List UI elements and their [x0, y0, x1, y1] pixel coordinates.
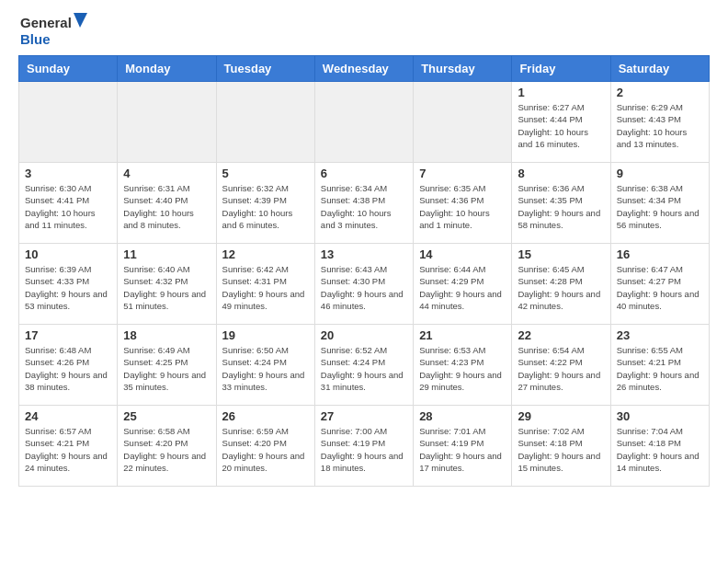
day-info-line: Daylight: 9 hours and 14 minutes.	[617, 450, 703, 475]
day-info-line: Daylight: 9 hours and 49 minutes.	[222, 288, 309, 313]
day-number: 5	[222, 167, 309, 180]
calendar-cell: 27Sunrise: 7:00 AMSunset: 4:19 PMDayligh…	[314, 406, 413, 487]
day-info-line: Sunrise: 6:35 AM	[419, 182, 506, 194]
calendar-cell: 29Sunrise: 7:02 AMSunset: 4:18 PMDayligh…	[512, 406, 610, 487]
day-info-line: Daylight: 9 hours and 53 minutes.	[25, 288, 111, 313]
day-info-line: Sunrise: 6:47 AM	[617, 263, 703, 275]
day-number: 14	[419, 247, 506, 261]
weekday-header: Sunday	[19, 56, 118, 82]
day-info-line: Daylight: 9 hours and 18 minutes.	[321, 450, 407, 475]
day-info-line: Sunrise: 6:52 AM	[321, 344, 407, 356]
day-info-line: Sunset: 4:32 PM	[123, 275, 210, 287]
calendar-cell	[118, 82, 216, 163]
calendar-cell: 28Sunrise: 7:01 AMSunset: 4:19 PMDayligh…	[414, 406, 512, 487]
day-info-line: Daylight: 9 hours and 17 minutes.	[419, 450, 506, 475]
calendar-cell: 17Sunrise: 6:48 AMSunset: 4:26 PMDayligh…	[19, 325, 118, 406]
calendar-table: SundayMondayTuesdayWednesdayThursdayFrid…	[18, 55, 710, 487]
calendar-cell: 9Sunrise: 6:38 AMSunset: 4:34 PMDaylight…	[610, 163, 709, 244]
calendar-cell: 22Sunrise: 6:54 AMSunset: 4:22 PMDayligh…	[512, 325, 610, 406]
day-info-line: Daylight: 9 hours and 42 minutes.	[518, 288, 604, 313]
day-number: 9	[617, 167, 703, 180]
day-info-line: Sunrise: 6:30 AM	[25, 182, 111, 194]
day-info-line: Daylight: 9 hours and 38 minutes.	[25, 369, 111, 394]
day-number: 24	[25, 409, 111, 423]
day-number: 10	[25, 247, 111, 261]
day-number: 28	[419, 409, 506, 423]
day-info-line: Sunset: 4:30 PM	[321, 275, 407, 287]
day-info-line: Daylight: 9 hours and 44 minutes.	[419, 288, 506, 313]
calendar-cell: 26Sunrise: 6:59 AMSunset: 4:20 PMDayligh…	[216, 406, 314, 487]
day-info-line: Sunrise: 6:43 AM	[321, 263, 407, 275]
day-info-line: Sunrise: 6:40 AM	[123, 263, 210, 275]
weekday-header: Monday	[118, 56, 216, 82]
day-info-line: Daylight: 9 hours and 56 minutes.	[617, 207, 703, 232]
calendar-cell: 24Sunrise: 6:57 AMSunset: 4:21 PMDayligh…	[19, 406, 118, 487]
svg-marker-2	[74, 13, 87, 28]
day-number: 27	[321, 409, 407, 423]
day-info-line: Sunrise: 6:49 AM	[123, 344, 210, 356]
day-info-line: Sunset: 4:36 PM	[419, 194, 506, 206]
day-info-line: Sunrise: 6:31 AM	[123, 182, 210, 194]
page-header: GeneralBlue	[0, 0, 728, 55]
day-info-line: Sunset: 4:20 PM	[222, 437, 309, 449]
day-number: 16	[617, 247, 703, 261]
day-number: 13	[321, 247, 407, 261]
day-info-line: Sunset: 4:19 PM	[321, 437, 407, 449]
day-info-line: Sunset: 4:35 PM	[518, 194, 604, 206]
day-info-line: Sunrise: 6:57 AM	[25, 425, 111, 437]
day-info-line: Daylight: 9 hours and 20 minutes.	[222, 450, 309, 475]
day-info-line: Sunset: 4:23 PM	[419, 356, 506, 368]
calendar-week-row: 10Sunrise: 6:39 AMSunset: 4:33 PMDayligh…	[19, 244, 710, 325]
day-info-line: Sunrise: 6:39 AM	[25, 263, 111, 275]
calendar-week-row: 24Sunrise: 6:57 AMSunset: 4:21 PMDayligh…	[19, 406, 710, 487]
day-info-line: Sunset: 4:21 PM	[25, 437, 111, 449]
day-info-line: Daylight: 10 hours and 6 minutes.	[222, 207, 309, 232]
day-number: 3	[25, 167, 111, 180]
calendar-cell	[314, 82, 413, 163]
day-info-line: Sunset: 4:19 PM	[419, 437, 506, 449]
calendar-cell: 11Sunrise: 6:40 AMSunset: 4:32 PMDayligh…	[118, 244, 216, 325]
day-info-line: Sunrise: 6:34 AM	[321, 182, 407, 194]
day-info-line: Sunrise: 6:27 AM	[518, 101, 604, 113]
calendar-cell: 30Sunrise: 7:04 AMSunset: 4:18 PMDayligh…	[610, 406, 709, 487]
calendar-week-row: 3Sunrise: 6:30 AMSunset: 4:41 PMDaylight…	[19, 163, 710, 244]
day-info-line: Daylight: 9 hours and 51 minutes.	[123, 288, 210, 313]
day-info-line: Sunrise: 7:02 AM	[518, 425, 604, 437]
day-number: 22	[518, 328, 604, 342]
day-number: 26	[222, 409, 309, 423]
day-info-line: Sunset: 4:43 PM	[617, 113, 703, 125]
day-number: 11	[123, 247, 210, 261]
day-info-line: Daylight: 9 hours and 26 minutes.	[617, 369, 703, 394]
day-info-line: Sunrise: 6:53 AM	[419, 344, 506, 356]
calendar-cell: 8Sunrise: 6:36 AMSunset: 4:35 PMDaylight…	[512, 163, 610, 244]
day-info-line: Sunrise: 6:42 AM	[222, 263, 309, 275]
day-info-line: Sunrise: 7:01 AM	[419, 425, 506, 437]
calendar-cell: 23Sunrise: 6:55 AMSunset: 4:21 PMDayligh…	[610, 325, 709, 406]
weekday-header: Thursday	[414, 56, 512, 82]
day-info-line: Sunset: 4:38 PM	[321, 194, 407, 206]
day-info-line: Sunrise: 6:55 AM	[617, 344, 703, 356]
day-info-line: Daylight: 9 hours and 40 minutes.	[617, 288, 703, 313]
day-info-line: Daylight: 9 hours and 22 minutes.	[123, 450, 210, 475]
day-info-line: Daylight: 10 hours and 1 minute.	[419, 207, 506, 232]
calendar-cell: 14Sunrise: 6:44 AMSunset: 4:29 PMDayligh…	[414, 244, 512, 325]
day-info-line: Daylight: 9 hours and 46 minutes.	[321, 288, 407, 313]
calendar-cell: 25Sunrise: 6:58 AMSunset: 4:20 PMDayligh…	[118, 406, 216, 487]
day-number: 19	[222, 328, 309, 342]
day-info-line: Daylight: 10 hours and 8 minutes.	[123, 207, 210, 232]
calendar-cell	[414, 82, 512, 163]
calendar-cell: 19Sunrise: 6:50 AMSunset: 4:24 PMDayligh…	[216, 325, 314, 406]
day-info-line: Sunset: 4:33 PM	[25, 275, 111, 287]
calendar-cell: 12Sunrise: 6:42 AMSunset: 4:31 PMDayligh…	[216, 244, 314, 325]
day-info-line: Daylight: 10 hours and 16 minutes.	[518, 126, 604, 151]
calendar-cell: 1Sunrise: 6:27 AMSunset: 4:44 PMDaylight…	[512, 82, 610, 163]
day-info-line: Sunset: 4:27 PM	[617, 275, 703, 287]
day-info-line: Sunrise: 6:45 AM	[518, 263, 604, 275]
day-info-line: Sunset: 4:29 PM	[419, 275, 506, 287]
day-number: 1	[518, 86, 604, 99]
day-info-line: Sunset: 4:21 PM	[617, 356, 703, 368]
day-info-line: Sunrise: 7:04 AM	[617, 425, 703, 437]
day-info-line: Sunset: 4:26 PM	[25, 356, 111, 368]
day-info-line: Sunrise: 6:36 AM	[518, 182, 604, 194]
day-info-line: Daylight: 9 hours and 15 minutes.	[518, 450, 604, 475]
